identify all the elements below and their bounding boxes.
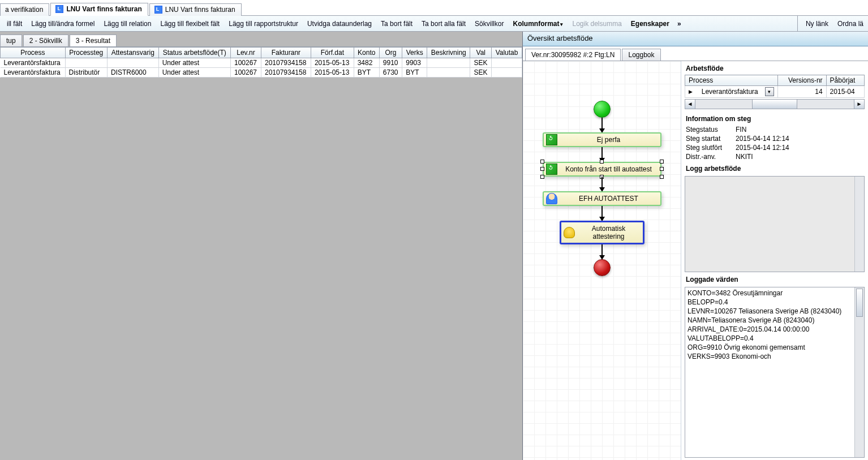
btn-egenskaper[interactable]: Egenskaper — [626, 18, 674, 29]
dropdown-button[interactable]: ▾ — [765, 87, 774, 96]
tab-verifikation[interactable]: a verifikation — [0, 3, 49, 16]
col-process[interactable]: Process — [685, 75, 778, 86]
col-process[interactable]: Process — [1, 48, 66, 58]
version-value: 14 — [777, 86, 826, 98]
tab-ver[interactable]: Ver.nr:30095982 #:2 Ftg:LN — [525, 49, 621, 61]
cell — [107, 58, 158, 68]
cell: 9910 — [379, 58, 402, 68]
scrollbar[interactable] — [854, 177, 864, 272]
info-key: Steg startat — [686, 135, 731, 143]
right-pane: Översikt arbetsflöde Ver.nr:30095982 #:2… — [523, 32, 868, 460]
scrollbar[interactable] — [854, 287, 864, 457]
col-konto[interactable]: Konto — [354, 48, 379, 58]
cell: 2015-05-13 — [311, 58, 354, 68]
col-status[interactable]: Status arbetsflöde(T) — [158, 48, 230, 58]
btn-ordna[interactable]: Ordna lä — [833, 18, 868, 29]
cell: Distributör — [65, 68, 107, 78]
btn-tabort-alla[interactable]: Ta bort alla fält — [417, 18, 470, 29]
btn-relation[interactable]: Lägg till relation — [99, 18, 156, 29]
logged-line: VALUTABELOPP=0.4 — [687, 334, 853, 343]
flow-efh-autoattest[interactable]: EFH AUTOATTEST — [543, 191, 661, 206]
selection-handle[interactable] — [660, 160, 664, 164]
col-verks[interactable]: Verks — [402, 48, 427, 58]
btn-ny-lank[interactable]: Ny länk — [801, 18, 833, 29]
selection-handle[interactable] — [600, 160, 604, 164]
person-icon — [546, 193, 557, 204]
toolbar-overflow-icon[interactable]: » — [674, 20, 685, 28]
col-forfdat[interactable]: Förf.dat — [311, 48, 354, 58]
btn-tabort-falt[interactable]: Ta bort fält — [376, 18, 417, 29]
selection-handle[interactable] — [540, 175, 544, 179]
workflow-log-box[interactable] — [685, 176, 865, 272]
workflow-diagram[interactable]: Ej perfa Konto från start till autoattes… — [523, 61, 681, 460]
cell: 20107934158 — [261, 58, 311, 68]
cell: Under attest — [158, 68, 230, 78]
section-arbetsflode: Arbetsflöde — [686, 65, 865, 72]
btn-utvidga[interactable]: Utvidga dataunderlag — [303, 18, 376, 29]
section-info-steg: Information om steg — [686, 115, 865, 123]
tab-sokvillkor[interactable]: 2 - Sökvillk — [23, 35, 68, 46]
logged-values-box[interactable]: KONTO=3482 ÖresutjämningarBELOPP=0.4LEVN… — [685, 287, 865, 458]
info-value: 2015-04-14 12:14 — [736, 144, 789, 152]
col-version[interactable]: Versions-nr — [777, 75, 826, 86]
col-org[interactable]: Org — [379, 48, 402, 58]
cell: 6730 — [379, 68, 402, 78]
table-row[interactable]: Leverantörsfaktura ▾ 14 2015-04 — [685, 86, 865, 98]
cell: SEK — [470, 68, 492, 78]
tab-lnu-active[interactable]: LNU Vart finns fakturan — [50, 3, 148, 16]
col-paborjat[interactable]: Påbörjat — [826, 75, 864, 86]
scroll-left-icon[interactable]: ◄ — [685, 100, 695, 109]
col-processteg[interactable]: Processteg — [65, 48, 107, 58]
cell — [65, 58, 107, 68]
tab-loggbok[interactable]: Loggbok — [622, 49, 660, 61]
btn-formel[interactable]: Lägg till/ändra formel — [27, 18, 99, 29]
tab-resultat[interactable]: 3 - Resultat — [70, 35, 117, 46]
flow-arrow-icon — [601, 118, 603, 132]
workflow-info-table[interactable]: Process Versions-nr Påbörjat Leverantörs… — [685, 75, 865, 98]
selection-handle[interactable] — [540, 167, 544, 171]
cell: 9903 — [402, 58, 427, 68]
btn-sokvillkor[interactable]: Sökvillkor — [470, 18, 508, 29]
flow-automatisk-attestering[interactable]: Automatisk attestering — [560, 221, 644, 244]
results-table[interactable]: Process Processteg Attestansvarig Status… — [0, 47, 522, 78]
logged-line: VERKS=9903 Ekonomi-och — [687, 352, 853, 361]
cell: Leverantörsfaktura — [1, 68, 66, 78]
scroll-right-icon[interactable]: ► — [854, 100, 864, 109]
start-node[interactable] — [594, 101, 611, 118]
btn-flexibelt[interactable]: Lägg till flexibelt fält — [156, 18, 224, 29]
query-tabs: tup 2 - Sökvillk 3 - Resultat — [0, 32, 522, 46]
table-row[interactable]: LeverantörsfakturaDistributörDISTR6000Un… — [1, 68, 522, 78]
col-levnr[interactable]: Lev.nr — [230, 48, 261, 58]
tab-lnu[interactable]: LNU Vart finns fakturan — [149, 3, 242, 16]
horizontal-scrollbar[interactable]: ◄ ► — [685, 99, 865, 109]
selection-handle[interactable] — [660, 167, 664, 171]
btn-rapport[interactable]: Lägg till rapportstruktur — [224, 18, 303, 29]
col-fakturanr[interactable]: Fakturanr — [261, 48, 311, 58]
left-pane: tup 2 - Sökvillk 3 - Resultat Process Pr… — [0, 32, 523, 460]
col-valutab[interactable]: Valutab — [492, 48, 522, 58]
info-key: Steg slutfört — [686, 144, 731, 152]
scroll-thumb[interactable] — [752, 100, 797, 109]
col-beskrivning[interactable]: Beskrivning — [427, 48, 470, 58]
logged-line: ORG=9910 Övrig ekonomi gemensamt — [687, 343, 853, 352]
end-node[interactable] — [594, 259, 611, 276]
col-val[interactable]: Val — [470, 48, 492, 58]
col-attest[interactable]: Attestansvarig — [107, 48, 158, 58]
selection-handle[interactable] — [540, 160, 544, 164]
flow-arrow-icon — [601, 244, 603, 259]
paborjat-value: 2015-04 — [826, 86, 864, 98]
section-loggade: Loggade värden — [686, 276, 865, 283]
btn-kolumnformat[interactable]: Kolumnformat — [508, 18, 568, 29]
btn-logik[interactable]: Logik delsumma — [568, 18, 626, 29]
tab-setup[interactable]: tup — [0, 35, 22, 46]
cell: 3482 — [354, 58, 379, 68]
flow-ej-perfa[interactable]: Ej perfa — [543, 132, 661, 147]
tab-label: LNU Vart finns fakturan — [165, 6, 235, 14]
scroll-thumb[interactable] — [856, 289, 863, 317]
logged-line: NAMN=Teliasonera Sverige AB (8243040) — [687, 316, 853, 325]
selection-handle[interactable] — [660, 175, 664, 179]
btn-ill-falt[interactable]: ill fält — [2, 18, 27, 29]
section-logg: Logg arbetsflöde — [686, 165, 865, 173]
table-row[interactable]: LeverantörsfakturaUnder attest1002672010… — [1, 58, 522, 68]
cell: 100267 — [230, 68, 261, 78]
